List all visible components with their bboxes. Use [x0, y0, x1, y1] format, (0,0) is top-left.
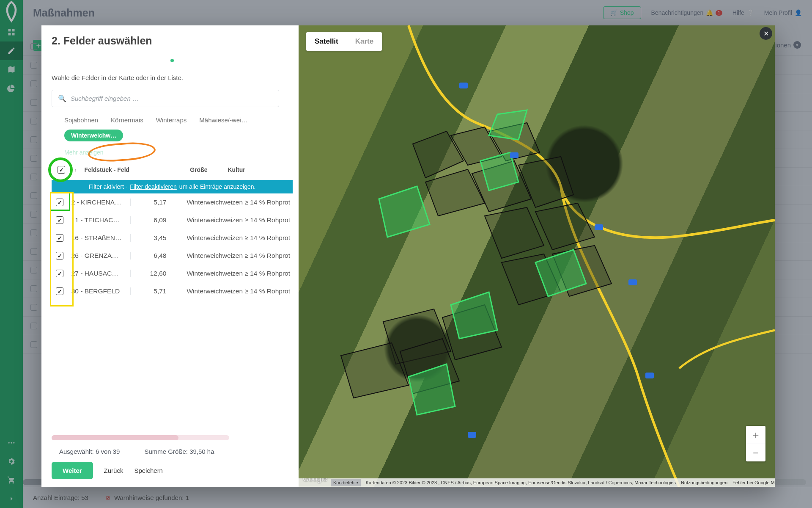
google-logo: Google	[303, 478, 327, 483]
crop-filter-bar: Sojabohnen Körnermais Winterraps Mähwies…	[52, 115, 293, 143]
next-button[interactable]: Weiter	[52, 462, 93, 479]
selected-summary: Ausgewählt: 6 von 39	[59, 448, 120, 455]
show-more-link[interactable]: Mehr anzeigen	[64, 149, 293, 156]
filter-banner: Filter aktiviert - Filter deaktivieren u…	[52, 180, 293, 193]
sum-summary: Summe Größe: 39,50 ha	[144, 448, 214, 455]
table-row[interactable]: 2 - KIRCHENA… 5,17 Winterweichweizen ≥ 1…	[52, 193, 293, 211]
crop-filter[interactable]: Mähwiese/-wei…	[199, 116, 247, 124]
route-badge-icon	[645, 373, 654, 378]
route-badge-icon	[510, 152, 518, 158]
map-panel[interactable]: Satellit Karte	[299, 25, 775, 487]
row-checkbox[interactable]	[56, 234, 63, 242]
modal-title: 2. Felder auswählen	[52, 35, 293, 47]
back-button[interactable]: Zurück	[104, 467, 123, 474]
crop-filter[interactable]: Winterraps	[156, 116, 187, 124]
search-icon: 🔍	[58, 94, 66, 102]
crop-filter[interactable]: Sojabohnen	[64, 116, 98, 124]
row-checkbox[interactable]	[56, 287, 63, 295]
table-row[interactable]: 16 - STRAßEN… 3,45 Winterweichweizen ≥ 1…	[52, 229, 293, 247]
map-data-text: Kartendaten © 2023 Bilder © 2023 , CNES …	[366, 480, 676, 485]
crop-filter[interactable]: Körnermais	[111, 116, 143, 124]
map-attribution: Google Kurzbefehle Kartendaten © 2023 Bi…	[299, 478, 775, 487]
row-checkbox[interactable]	[56, 270, 63, 277]
svg-marker-14	[535, 203, 595, 250]
select-all-checkbox[interactable]	[58, 166, 65, 174]
map-tab-satellite[interactable]: Satellit	[306, 32, 347, 51]
stepper-dot-icon	[170, 59, 174, 62]
map-tab-street[interactable]: Karte	[347, 32, 382, 51]
row-checkbox[interactable]	[56, 199, 63, 206]
table-row[interactable]: 27 - HAUSAC… 12,60 Winterweichweizen ≥ 1…	[52, 265, 293, 282]
select-fields-modal: ✕ 2. Felder auswählen Wähle die Felder i…	[41, 25, 775, 487]
sort-icon[interactable]: ↑	[74, 167, 77, 172]
col-field[interactable]: Feldstück - Feld	[85, 166, 152, 173]
report-link[interactable]: Fehler bei Google Maps melden	[732, 480, 775, 485]
modal-hint: Wähle die Felder in der Karte oder in de…	[52, 74, 293, 81]
route-badge-icon	[468, 432, 476, 438]
table-header: ↑ Feldstück - Feld Größe Kultur	[52, 156, 293, 180]
search-field[interactable]: 🔍	[52, 90, 279, 107]
deactivate-filter-link[interactable]: Filter deaktivieren	[130, 183, 177, 190]
col-culture[interactable]: Kultur	[214, 166, 293, 173]
table-row[interactable]: 30 - BERGFELD 5,71 Winterweichweizen ≥ 1…	[52, 282, 293, 300]
svg-marker-21	[379, 186, 430, 237]
map-fields-icon	[299, 25, 775, 487]
svg-marker-24	[451, 292, 497, 339]
terms-link[interactable]: Nutzungsbedingungen	[681, 480, 727, 485]
map-type-switch: Satellit Karte	[306, 32, 382, 51]
route-badge-icon	[595, 224, 603, 230]
save-button[interactable]: Speichern	[134, 467, 163, 474]
col-size[interactable]: Größe	[170, 166, 208, 173]
crop-filter-active[interactable]: Winterweichw…	[64, 130, 123, 141]
row-checkbox[interactable]	[56, 252, 63, 260]
svg-marker-13	[485, 207, 544, 258]
zoom-in-button[interactable]: ＋	[746, 426, 765, 444]
zoom-out-button[interactable]: −	[746, 444, 765, 461]
modal-left-panel: 2. Felder auswählen Wähle die Felder in …	[41, 25, 299, 487]
route-badge-icon	[628, 279, 637, 285]
table-body: 2 - KIRCHENA… 5,17 Winterweichweizen ≥ 1…	[52, 193, 293, 300]
map-zoom-control: ＋ −	[746, 426, 765, 461]
close-icon: ✕	[763, 30, 769, 38]
table-row[interactable]: 11 - TEICHAC… 6,09 Winterweichweizen ≥ 1…	[52, 211, 293, 229]
search-input[interactable]	[71, 95, 273, 102]
route-badge-icon	[459, 83, 468, 88]
keyboard-shortcuts-link[interactable]: Kurzbefehle	[331, 479, 361, 486]
horizontal-scrollbar[interactable]	[52, 435, 229, 440]
row-checkbox[interactable]	[56, 216, 63, 224]
table-row[interactable]: 26 - GRENZA… 6,48 Winterweichweizen ≥ 14…	[52, 247, 293, 265]
close-button[interactable]: ✕	[760, 27, 772, 40]
